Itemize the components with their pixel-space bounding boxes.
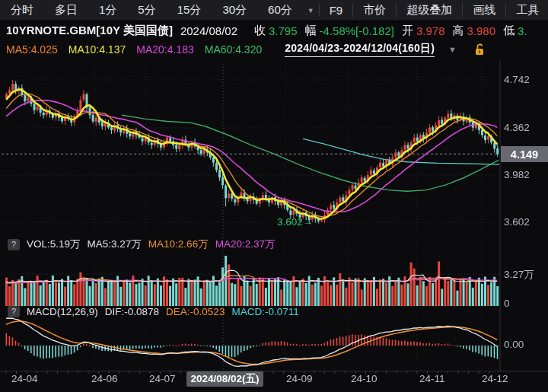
- ma-indicator-header: MA5:4.025 MA10:4.137 MA20:4.183 MA60:4.3…: [0, 40, 548, 59]
- tab-timeframe-5min[interactable]: 5分: [127, 3, 166, 18]
- vol-ma10-value: MA10:2.66万: [148, 237, 209, 251]
- price-label-3982: 3.982: [504, 169, 530, 180]
- open-value: 3.978: [416, 24, 445, 37]
- price-label-4362: 4.362: [504, 122, 530, 133]
- vol-ma20-value: MA20:2.37万: [215, 237, 276, 251]
- macd-title: MACD(12,26,9): [27, 306, 98, 317]
- volume-help-icon[interactable]: ?: [8, 239, 20, 250]
- draw-line-button[interactable]: 画线: [462, 3, 505, 18]
- x-label-24-10: 24-10: [351, 373, 378, 384]
- quote-date: 2024/08/02: [180, 24, 237, 37]
- volume-pane-header: ? VOL:5.19万 MA5:3.27万 MA10:2.66万 MA20:2.…: [0, 237, 282, 251]
- tools-button[interactable]: 工具: [505, 3, 548, 18]
- x-label-24-06: 24-06: [91, 373, 118, 384]
- ma20-value: MA20:4.183: [136, 43, 194, 56]
- top-toolbar: 分时 多日 1分 5分 15分 30分 60分 ▼ F9 市价 超级叠加 画线 …: [0, 0, 548, 21]
- vol-value: VOL:5.19万: [27, 237, 81, 251]
- low-value: 3.: [518, 24, 527, 37]
- high-label: 高: [453, 24, 464, 38]
- tab-timeframe-60min[interactable]: 60分: [257, 3, 303, 18]
- selected-date-badge: 2024/08/02(五): [186, 371, 263, 387]
- dea-value: DEA:-0.0523: [166, 306, 225, 317]
- ma10-value: MA10:4.137: [68, 43, 126, 56]
- open-label: 开: [402, 24, 413, 38]
- market-price-button[interactable]: 市价: [352, 3, 396, 18]
- period-low-annotation: 3.602→: [277, 216, 313, 228]
- dif-value: DIF:-0.0878: [105, 306, 159, 317]
- x-label-24-12: 24-12: [482, 373, 508, 384]
- quote-header: 10YRNOTE.GBM[10Y 美国国债] 2024/08/02 收 3.79…: [0, 21, 548, 40]
- f9-button[interactable]: F9: [319, 4, 353, 17]
- macd-pane-header: ? MACD(12,26,9) DIF:-0.0878 DEA:-0.0523 …: [0, 304, 306, 318]
- timeframe-dropdown-icon[interactable]: ▼: [303, 7, 319, 14]
- change-label: 幅: [305, 24, 317, 38]
- tab-timeframe-30min[interactable]: 30分: [212, 3, 257, 18]
- macd-help-icon[interactable]: ?: [8, 306, 20, 317]
- trading-app-window: { "nav": { "timeframes": ["分时","多日","1分"…: [0, 0, 548, 392]
- symbol-title: 10YRNOTE.GBM[10Y 美国国债]: [6, 24, 173, 38]
- low-label: 低: [503, 24, 515, 38]
- last-price-badge: 4.149: [501, 146, 548, 162]
- price-label-3602: 3.602: [504, 216, 530, 228]
- x-label-24-09: 24-09: [286, 373, 313, 384]
- volume-scale-label: 3.27万: [504, 268, 534, 282]
- tab-timeframe-1min[interactable]: 1分: [88, 3, 127, 18]
- high-value: 3.980: [467, 24, 496, 37]
- unlock-icon[interactable]: [473, 43, 486, 56]
- tab-timeframe-fenshi[interactable]: 分时: [0, 3, 44, 18]
- close-label: 收: [254, 24, 266, 38]
- tab-timeframe-15min[interactable]: 15分: [167, 3, 212, 18]
- change-value: -4.58%[-0.182]: [320, 24, 394, 37]
- price-label-4742: 4.742: [504, 74, 530, 85]
- super-overlay-button[interactable]: 超级叠加: [396, 3, 462, 18]
- date-range-selector[interactable]: 2024/04/23-2024/12/04(160日): [285, 42, 435, 57]
- macd-value: MACD:-0.0711: [231, 306, 298, 317]
- x-label-24-04: 24-04: [11, 373, 38, 384]
- x-label-24-11: 24-11: [419, 373, 445, 384]
- macd-zero-label: 0.00: [504, 339, 524, 350]
- range-dropdown-icon[interactable]: ▼: [448, 45, 457, 54]
- candlestick-chart-canvas[interactable]: [0, 0, 548, 392]
- close-value: 3.795: [269, 24, 298, 37]
- volume-zero-label: 0: [504, 298, 510, 309]
- ma5-value: MA5:4.025: [6, 43, 58, 56]
- ma60-value: MA60:4.320: [205, 43, 263, 56]
- tab-timeframe-duori[interactable]: 多日: [44, 3, 88, 18]
- vol-ma5-value: MA5:3.27万: [88, 237, 142, 251]
- x-label-24-07: 24-07: [149, 373, 176, 384]
